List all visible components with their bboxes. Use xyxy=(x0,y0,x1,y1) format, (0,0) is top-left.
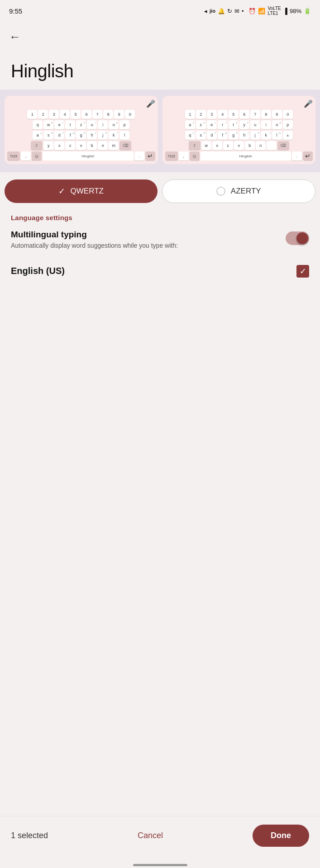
azerty-key-c: c xyxy=(223,141,233,150)
azerty-key-n: n' xyxy=(256,141,266,150)
content-spacer xyxy=(0,283,320,816)
key-g: gh xyxy=(76,131,86,140)
key-w: we xyxy=(43,120,53,129)
english-us-row[interactable]: English (US) ✓ xyxy=(11,259,309,283)
sync-icon: ↻ xyxy=(227,8,232,14)
multilingual-typing-description: Automatically display word suggestions w… xyxy=(11,241,278,250)
home-indicator-bar xyxy=(133,864,187,866)
azerty-key-j: jk xyxy=(250,131,260,140)
key-comma: , xyxy=(21,151,31,160)
azerty-layout-button[interactable]: AZERTY xyxy=(162,179,316,203)
key-z: ui xyxy=(87,120,97,129)
azerty-key-u: ui xyxy=(250,120,260,129)
multilingual-typing-text: Multilingual typing Automatically displa… xyxy=(11,230,286,250)
azerty-key-q: qs xyxy=(185,131,195,140)
key-y: y xyxy=(43,141,53,150)
back-row: ← xyxy=(0,22,320,47)
key-123: ?123 xyxy=(7,151,20,160)
azerty-key-o: op xyxy=(272,120,282,129)
azerty-key-i: i xyxy=(261,120,271,129)
key-d: df xyxy=(54,131,64,140)
done-button[interactable]: Done xyxy=(253,825,309,847)
key-shift: ⇧ xyxy=(31,141,43,150)
key-3: 3 xyxy=(49,110,59,119)
key-v: v xyxy=(76,141,86,150)
checkbox-checkmark-icon: ✓ xyxy=(300,266,306,276)
key-q: q xyxy=(33,120,43,129)
bottom-bar: 1 selected Cancel Done xyxy=(0,816,320,860)
key-s: sd xyxy=(43,131,53,140)
azerty-key-t: ty xyxy=(229,120,239,129)
key-space-hinglish: Hinglish xyxy=(43,151,134,160)
location-icon: ◂ xyxy=(204,8,207,14)
qwertz-layout-label: QWERTZ xyxy=(71,187,104,196)
qwertz-layout-button[interactable]: ✓ QWERTZ xyxy=(5,179,158,203)
key-enter: ↵ xyxy=(145,151,155,160)
azerty-key-x: x xyxy=(212,141,222,150)
azerty-key-l: lm xyxy=(272,131,282,140)
key-b: b xyxy=(87,141,97,150)
back-button[interactable]: ← xyxy=(9,30,21,44)
azerty-alpha-row1: az ze er rt ty yu ui i op p xyxy=(165,120,313,129)
english-us-checkbox[interactable]: ✓ xyxy=(296,265,309,278)
qwertz-alpha-row2: as sd df fg gh hj jk kl l' xyxy=(7,131,155,140)
azerty-key-period: . xyxy=(292,151,302,160)
key-0: 0 xyxy=(125,110,135,119)
azerty-key-emoji: ☺ xyxy=(190,151,200,160)
azerty-key-m: a' xyxy=(283,131,293,140)
azerty-key-backspace: ⌫ xyxy=(277,141,289,150)
battery-icon: 🔋 xyxy=(304,8,311,14)
azerty-alpha-row2: qs sd df fg gh hj jk kl lm a' xyxy=(165,131,313,140)
azerty-key-1: 1 xyxy=(185,110,195,119)
cancel-button[interactable]: Cancel xyxy=(129,826,171,845)
azerty-key-space: Hinglish xyxy=(201,151,291,160)
key-o: p xyxy=(119,120,129,129)
toggle-thumb xyxy=(296,232,308,244)
key-x: x xyxy=(54,141,64,150)
azerty-key-8: 8 xyxy=(261,110,271,119)
key-c: c xyxy=(65,141,75,150)
key-u: i xyxy=(98,120,108,129)
azerty-key-y: yu xyxy=(239,120,249,129)
qwertz-alpha-row1: q we er t' zu ui i op p xyxy=(7,120,155,129)
azerty-key-p: p xyxy=(283,120,293,129)
key-i: op xyxy=(109,120,119,129)
multilingual-typing-toggle[interactable] xyxy=(286,231,309,245)
status-time: 9:55 xyxy=(9,7,22,15)
key-period: . xyxy=(134,151,144,160)
qwertz-check-icon: ✓ xyxy=(58,187,65,195)
azerty-key-shift: ⇧ xyxy=(189,141,201,150)
azerty-key-e: er xyxy=(207,120,217,129)
qwertz-mic-icon: 🎤 xyxy=(7,99,155,108)
toggle-track xyxy=(286,231,309,245)
english-us-label: English (US) xyxy=(11,266,65,276)
azerty-layout-label: AZERTY xyxy=(231,187,261,196)
key-n: n' xyxy=(98,141,108,150)
key-2: 2 xyxy=(38,110,48,119)
azerty-key-comma: , xyxy=(179,151,189,160)
azerty-key-123: ?123 xyxy=(165,151,178,160)
azerty-radio-icon xyxy=(216,187,225,196)
key-emoji: ☺ xyxy=(32,151,42,160)
key-e: er xyxy=(54,120,64,129)
key-4: 4 xyxy=(60,110,70,119)
key-6: 6 xyxy=(81,110,91,119)
language-settings-label: Language settings xyxy=(11,214,309,222)
azerty-key-z: ze xyxy=(196,120,206,129)
azerty-key-f: fg xyxy=(218,131,228,140)
azerty-key-b: b xyxy=(245,141,255,150)
qwertz-bottom-row: ?123 , ☺ Hinglish . ↵ xyxy=(7,151,155,160)
azerty-key-enter: ↵ xyxy=(303,151,313,160)
azerty-key-r: rt xyxy=(218,120,228,129)
key-5: 5 xyxy=(71,110,81,119)
azerty-key-0: 0 xyxy=(283,110,293,119)
azerty-keyboard-card: 🎤 1 2 3 4 5 6 7 8 9 0 az ze er rt ty xyxy=(162,96,316,164)
qwertz-rows: 1 2 3 4 5 6 7 8 9 0 q we er t' zu ui i o… xyxy=(7,110,155,160)
qwertz-alpha-row3: ⇧ y x c v b n' m ⌫ xyxy=(7,141,155,150)
azerty-mic-icon: 🎤 xyxy=(165,99,313,108)
key-backspace: ⌫ xyxy=(119,141,131,150)
key-1: 1 xyxy=(27,110,37,119)
key-a: as xyxy=(33,131,43,140)
multilingual-typing-title: Multilingual typing xyxy=(11,230,278,240)
azerty-key-w: w xyxy=(201,141,211,150)
